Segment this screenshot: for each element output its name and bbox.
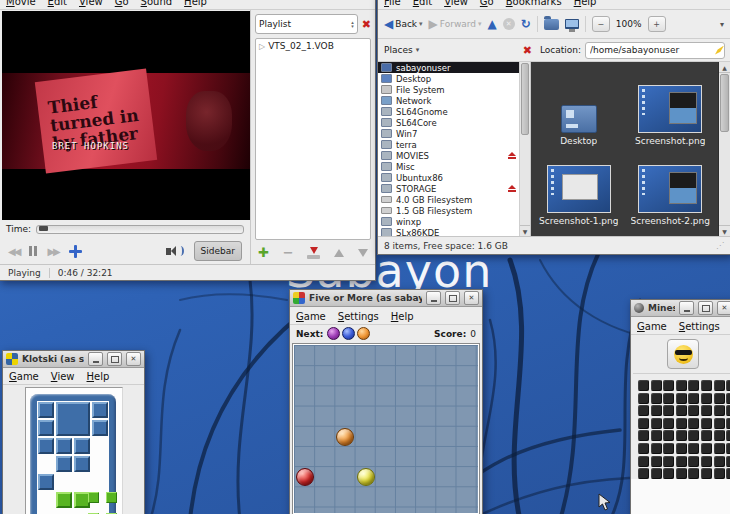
menu-item-game[interactable]: Game: [296, 311, 326, 322]
menu-item-settings[interactable]: Settings: [679, 321, 720, 332]
playlist-selector[interactable]: Playlist ▴▾: [255, 14, 358, 34]
stop-button[interactable]: ✕: [503, 18, 515, 30]
five-board[interactable]: [294, 345, 478, 513]
minefield[interactable]: [638, 380, 730, 479]
mine-cell[interactable]: [651, 456, 662, 467]
remove-from-playlist-button[interactable]: −: [283, 248, 294, 258]
klotski-tile-blue[interactable]: [74, 456, 90, 472]
mine-cell[interactable]: [726, 418, 730, 429]
mine-cell[interactable]: [663, 393, 674, 404]
places-item-network[interactable]: Network: [378, 95, 519, 106]
klotski-board[interactable]: [25, 387, 123, 514]
new-game-face-button[interactable]: [667, 339, 699, 369]
video-display[interactable]: Thief turned in by father BRET HOPKINS: [2, 11, 250, 220]
minimize-button[interactable]: [88, 352, 103, 366]
move-up-button[interactable]: [334, 249, 344, 257]
mine-cell[interactable]: [651, 405, 662, 416]
places-item-sabayonuser[interactable]: sabayonuser: [378, 62, 519, 73]
klotski-tile-blue[interactable]: [92, 420, 108, 436]
mine-cell[interactable]: [726, 468, 730, 479]
menu-item-game[interactable]: Game: [9, 371, 39, 382]
playlist-close-icon[interactable]: ✖: [362, 19, 371, 30]
mine-cell[interactable]: [663, 405, 674, 416]
mine-cell[interactable]: [688, 418, 699, 429]
mine-cell[interactable]: [701, 443, 712, 454]
places-item-1-5-gb-filesystem[interactable]: 1.5 GB Filesystem: [378, 205, 519, 216]
sidebar-toggle-button[interactable]: Sidebar: [194, 241, 242, 261]
minimize-button[interactable]: [679, 301, 694, 315]
mine-cell[interactable]: [714, 380, 725, 391]
volume-icon[interactable]: [166, 246, 184, 256]
files-scrollbar-thumb[interactable]: [720, 74, 729, 132]
menu-item-go[interactable]: Go: [480, 0, 494, 7]
toolbar-overflow-icon[interactable]: ▾: [720, 20, 724, 29]
file-item-desktop[interactable]: Desktop: [533, 66, 625, 146]
mine-cell[interactable]: [638, 380, 649, 391]
mine-cell[interactable]: [638, 418, 649, 429]
mine-cell[interactable]: [688, 405, 699, 416]
places-item-misc[interactable]: Misc: [378, 161, 519, 172]
mines-titlebar[interactable]: Mines (as ✕: [631, 300, 730, 317]
klotski-tile-blue[interactable]: [38, 438, 54, 454]
klotski-tile-blue[interactable]: [38, 420, 54, 436]
mine-cell[interactable]: [714, 393, 725, 404]
seek-slider[interactable]: [36, 225, 244, 234]
file-item-screenshot-1-png[interactable]: Screenshot-1.png: [533, 146, 625, 226]
mine-cell[interactable]: [651, 380, 662, 391]
eject-icon[interactable]: [507, 152, 516, 159]
seek-handle[interactable]: [39, 226, 48, 231]
mine-cell[interactable]: [701, 456, 712, 467]
mine-cell[interactable]: [638, 430, 649, 441]
klotski-tile-blue[interactable]: [38, 474, 54, 490]
mine-cell[interactable]: [676, 393, 687, 404]
places-scrollbar-thumb[interactable]: [521, 63, 529, 135]
menu-item-view[interactable]: View: [51, 371, 75, 382]
mine-cell[interactable]: [701, 430, 712, 441]
mine-cell[interactable]: [638, 456, 649, 467]
mine-cell[interactable]: [714, 418, 725, 429]
eject-icon[interactable]: [507, 185, 516, 192]
mine-cell[interactable]: [651, 468, 662, 479]
places-item-movies[interactable]: MOVIES: [378, 150, 519, 161]
klotski-tile-blue[interactable]: [56, 402, 90, 436]
mine-cell[interactable]: [651, 393, 662, 404]
klotski-tile-blue[interactable]: [56, 456, 72, 472]
menu-item-file[interactable]: File: [384, 0, 401, 7]
places-item-file-system[interactable]: File System: [378, 84, 519, 95]
mine-cell[interactable]: [688, 468, 699, 479]
close-button[interactable]: ✕: [717, 301, 730, 315]
mine-cell[interactable]: [726, 405, 730, 416]
places-item-winxp[interactable]: winxp: [378, 216, 519, 227]
close-button[interactable]: ✕: [464, 291, 479, 305]
mine-cell[interactable]: [638, 393, 649, 404]
menu-item-bookmarks[interactable]: Bookmarks: [506, 0, 562, 7]
mine-cell[interactable]: [688, 430, 699, 441]
move-down-button[interactable]: [358, 249, 368, 257]
mine-cell[interactable]: [651, 443, 662, 454]
places-close-icon[interactable]: ✖: [523, 45, 532, 56]
places-item-sl64core[interactable]: SL64Core: [378, 117, 519, 128]
board-ball-red[interactable]: [296, 468, 314, 486]
location-input[interactable]: [585, 42, 725, 59]
file-item-screenshot-3-png[interactable]: Screenshot-3.png: [533, 226, 625, 236]
mine-cell[interactable]: [714, 405, 725, 416]
mine-cell[interactable]: [676, 430, 687, 441]
mine-cell[interactable]: [688, 393, 699, 404]
places-item-slx86kde[interactable]: SLx86KDE: [378, 227, 519, 236]
klotski-tile-blue[interactable]: [74, 438, 90, 454]
file-item-screenshot-2-png[interactable]: Screenshot-2.png: [625, 146, 717, 226]
board-ball-yellow[interactable]: [357, 468, 375, 486]
fullscreen-icon[interactable]: [69, 245, 82, 258]
mine-cell[interactable]: [714, 443, 725, 454]
mine-cell[interactable]: [714, 468, 725, 479]
mine-cell[interactable]: [726, 430, 730, 441]
mine-cell[interactable]: [726, 393, 730, 404]
mine-cell[interactable]: [663, 468, 674, 479]
klotski-tile-blue[interactable]: [92, 402, 108, 418]
files-scroll-down-icon[interactable]: ▼: [719, 225, 730, 236]
mine-cell[interactable]: [726, 380, 730, 391]
computer-icon[interactable]: [565, 19, 579, 29]
mine-cell[interactable]: [701, 418, 712, 429]
menu-item-movie[interactable]: Movie: [6, 0, 36, 7]
back-dropdown-icon[interactable]: ▾: [419, 20, 423, 28]
